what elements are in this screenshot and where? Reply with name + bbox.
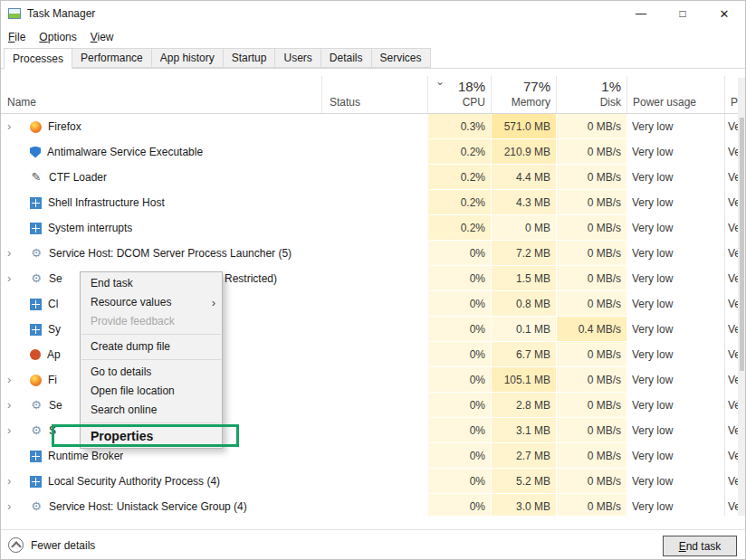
window-icon [30,476,42,488]
firefox-icon [30,375,42,386]
process-row[interactable]: › Local Security Authority Process (4) 0… [0,469,746,494]
menu-item-open-file-location[interactable]: Open file location [81,382,222,401]
process-row[interactable]: › Firefox 0.3% 571.0 MB 0 MB/s Very low … [0,114,746,139]
tab-services[interactable]: Services [371,48,431,68]
memory-header-label: Memory [512,96,550,109]
process-row[interactable]: Antimalware Service Executable 0.2% 210.… [0,139,746,165]
context-menu: End taskResource values›Provide feedback… [80,271,223,449]
gear-icon [30,247,43,260]
status-cell [321,494,427,516]
memory-cell: 0.1 MB [491,317,556,342]
menu-item-label: Resource values [91,296,171,308]
power-usage-header-label: Power usage [633,96,696,109]
process-name: Service Host: Unistack Service Group (4) [49,494,247,516]
expand-chevron-icon[interactable]: › [7,367,22,393]
process-row[interactable]: › Service Host: DCOM Server Process Laun… [0,241,746,266]
process-name: Shell Infrastructure Host [48,190,165,215]
menu-item-go-to-details[interactable]: Go to details [81,363,222,382]
expand-chevron-icon[interactable]: › [7,114,22,139]
tab-processes[interactable]: Processes [4,48,72,69]
expand-chevron-icon[interactable]: › [7,266,22,291]
name-header-label: Name [7,96,36,109]
sort-caret-icon: ⌄ [435,75,445,88]
column-header-power-usage[interactable]: Power usage [626,76,724,113]
memory-total-percent: 77% [523,79,550,94]
minimize-button[interactable]: — [620,0,662,27]
menu-file[interactable]: File [8,31,25,43]
expand-chevron-icon[interactable]: › [7,469,22,494]
status-cell [321,165,427,190]
menu-bar: File Options View [0,27,746,47]
status-cell [321,114,427,139]
menu-item-label: Provide feedback [91,315,175,327]
window-icon [30,197,42,209]
column-header-status[interactable]: Status [321,76,427,113]
cpu-cell: 0.2% [427,190,491,215]
column-header-cpu[interactable]: ⌄ 18% CPU [427,76,491,113]
disk-cell: 0 MB/s [556,418,626,443]
process-name: Local Security Authority Process (4) [48,469,220,494]
tab-startup[interactable]: Startup [223,48,276,68]
menu-item-properties[interactable]: Properties [81,426,222,446]
tab-bar: Processes Performance App history Startu… [0,47,746,69]
menu-item-end-task[interactable]: End task [81,274,222,293]
memory-cell: 3.0 MB [491,494,556,516]
cpu-cell: 0.3% [427,114,491,139]
process-name: Cl [48,291,58,317]
name-cell: Shell Infrastructure Host [0,190,321,215]
end-task-button[interactable]: End task [663,536,737,556]
process-name: Antimalware Service Executable [47,139,203,165]
disk-cell: 0 MB/s [556,165,626,190]
menu-item-label: Properties [91,429,153,443]
firefox-icon [30,121,42,133]
menu-item-search-online[interactable]: Search online [81,401,222,420]
disk-cell: 0 MB/s [556,469,626,494]
expand-chevron-icon[interactable]: › [7,241,22,266]
power-usage-cell: Very low [626,317,724,342]
window-icon [30,324,42,336]
column-header-disk[interactable]: 1% Disk [556,76,626,113]
memory-cell: 7.2 MB [491,241,556,266]
memory-cell: 1.5 MB [491,266,556,291]
process-row[interactable]: CTF Loader 0.2% 4.4 MB 0 MB/s Very low V… [0,165,746,190]
name-cell: › Service Host: Unistack Service Group (… [0,494,321,516]
process-name: Firefox [48,114,81,139]
vertical-scrollbar[interactable] [738,78,746,516]
expand-chevron-icon[interactable]: › [7,494,22,516]
menu-options[interactable]: Options [39,31,76,43]
menu-item-resource-values[interactable]: Resource values› [81,293,222,312]
close-button[interactable]: ✕ [703,0,745,27]
column-header-memory[interactable]: 77% Memory [491,76,556,113]
window-icon [30,451,42,462]
maximize-button[interactable]: □ [662,0,703,27]
menu-item-create-dump-file[interactable]: Create dump file [81,337,222,356]
orange-dot-icon [30,349,41,360]
power-usage-cell: Very low [626,139,724,165]
power-usage-cell: Very low [626,469,724,494]
process-name: S [49,418,56,443]
menu-item-label: End task [91,277,133,289]
tab-details[interactable]: Details [320,48,372,68]
submenu-arrow-icon: › [212,293,215,312]
gear-icon [30,399,43,412]
table-header: Name Status ⌄ 18% CPU 77% Memory 1% Disk… [0,76,746,114]
process-row[interactable]: › Service Host: Unistack Service Group (… [0,494,746,516]
power-usage-cell: Very low [626,165,724,190]
disk-cell: 0 MB/s [556,215,626,241]
column-header-name[interactable]: Name [0,76,321,113]
window-controls: — □ ✕ [620,0,745,27]
status-cell [321,443,427,469]
tab-performance[interactable]: Performance [72,48,152,68]
expand-chevron-icon[interactable]: › [7,418,22,443]
name-cell: › Local Security Authority Process (4) [0,469,321,494]
tab-users[interactable]: Users [274,48,320,68]
menu-view[interactable]: View [91,31,114,43]
tab-app-history[interactable]: App history [151,48,224,68]
process-row[interactable]: System interrupts 0.2% 0 MB 0 MB/s Very … [0,215,746,241]
process-row[interactable]: Shell Infrastructure Host 0.2% 4.3 MB 0 … [0,190,746,215]
expand-chevron-icon[interactable]: › [7,393,22,418]
window-title: Task Manager [27,7,95,20]
status-cell [321,393,427,418]
scrollbar-thumb[interactable] [740,118,744,371]
fewer-details-toggle[interactable]: Fewer details [8,537,95,553]
